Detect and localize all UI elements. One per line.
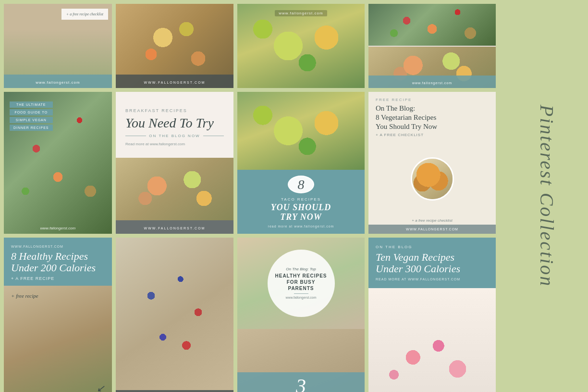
breakfast-title: You Need To Try bbox=[125, 116, 224, 130]
c3r1-url: www.fallongerst.com bbox=[275, 10, 327, 16]
taco-title: YOU SHOULDTRY NOW bbox=[271, 203, 331, 222]
guide-line-1: THE ULTIMATE bbox=[10, 101, 53, 108]
card-c4r2: FREE RECIPE On The Blog:8 Vegetarian Rec… bbox=[368, 92, 496, 234]
breakfast-subtitle: BREAKFAST RECIPES bbox=[125, 108, 224, 113]
guide-line-4: DINNER RECIPES bbox=[10, 125, 53, 131]
tenvegan-title: Ten Vegan RecipesUnder 300 Calories bbox=[376, 252, 489, 275]
card-c3r3: On The Blog: Top HEALTHY RECIPESFOR BUSY… bbox=[237, 238, 365, 392]
num3-big: 3 bbox=[241, 376, 361, 392]
pinterest-title: Pinterest Collection bbox=[536, 105, 558, 288]
card-c4r1: www.fallongerst.com bbox=[368, 4, 496, 88]
c1r2-url: www.fallongerst.com bbox=[40, 226, 75, 230]
pinterest-sidebar: Pinterest Collection bbox=[510, 0, 584, 392]
veg-url-bar: WWW.FALLONGERST.COM bbox=[368, 225, 496, 234]
veg-free-recipe: + a free recipe checklist bbox=[368, 216, 496, 225]
card-c1r3: WWW.FALLONGERST.COM 8 Healthy RecipesUnd… bbox=[4, 238, 112, 392]
checklist-text: + a free recipe checklist bbox=[66, 12, 103, 16]
healthy-url: WWW.FALLONGERST.COM bbox=[11, 245, 105, 248]
veg-title: On The Blog:8 Vegetarian RecipesYou Shou… bbox=[376, 104, 489, 131]
veg-checklist: + A FREE CHECKLIST bbox=[376, 133, 489, 137]
tenvegan-onblog: ON THE BLOG bbox=[376, 245, 489, 249]
card-c3r2: 8 TACO RECIPES YOU SHOULDTRY NOW read mo… bbox=[237, 92, 365, 234]
veg-label: FREE RECIPE bbox=[376, 98, 489, 102]
c1r1-url: www.fallongerst.com bbox=[36, 80, 80, 85]
breakfast-url: Read more at www.fallongerst.com bbox=[125, 142, 224, 146]
taco-subtitle: TACO RECIPES bbox=[281, 197, 321, 202]
c4r1-url: www.fallongerst.com bbox=[412, 81, 452, 85]
page-container: + a free recipe checklist www.fallongers… bbox=[0, 0, 588, 392]
card-c4r3: ON THE BLOG Ten Vegan RecipesUnder 300 C… bbox=[368, 238, 496, 392]
card-c1r1: + a free recipe checklist www.fallongers… bbox=[4, 4, 112, 88]
tenvegan-sub: READ MORE AT WWW.FALLONGERST.COM bbox=[376, 278, 489, 281]
healthy-title: 8 Healthy RecipesUnder 200 Calories bbox=[11, 251, 105, 274]
parents-main: HEALTHY RECIPESFOR BUSY PARENTS bbox=[273, 273, 329, 291]
free-recipe-italic: + free recipe bbox=[11, 293, 38, 299]
parents-top: On The Blog: Top bbox=[286, 267, 316, 271]
card-c2r3: WWW.FALLONGERST.COM bbox=[116, 238, 233, 392]
breakfast-tag: ON THE BLOG NOW bbox=[149, 134, 200, 138]
c2r1-url: WWW.FALLONGERST.COM bbox=[144, 81, 206, 84]
card-c2r1: WWW.FALLONGERST.COM bbox=[116, 4, 233, 88]
arrow-deco: ↙ bbox=[97, 382, 105, 392]
vegan-guide: THE ULTIMATE FOOD GUIDE TO SIMPLE VEGAN … bbox=[10, 101, 53, 131]
main-grid: + a free recipe checklist www.fallongers… bbox=[0, 0, 509, 392]
taco-number: 8 bbox=[298, 177, 305, 192]
card-c2r2: BREAKFAST RECIPES You Need To Try ON THE… bbox=[116, 92, 233, 234]
taco-url: read more at www.fallongerst.com bbox=[268, 225, 334, 228]
card-c1r2: THE ULTIMATE FOOD GUIDE TO SIMPLE VEGAN … bbox=[4, 92, 112, 234]
guide-line-3: SIMPLE VEGAN bbox=[10, 117, 53, 123]
parents-url: www.fallongerst.com bbox=[285, 296, 316, 299]
healthy-free: + A FREE RECIPE bbox=[11, 276, 105, 281]
guide-line-2: FOOD GUIDE TO bbox=[10, 109, 53, 115]
card-c3r1: www.fallongerst.com bbox=[237, 4, 365, 88]
